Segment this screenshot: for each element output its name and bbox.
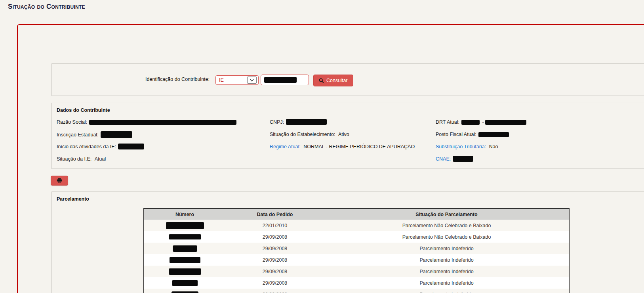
field-situacao-ie: Situação da I.E: Atual — [57, 156, 106, 163]
cell-situacao: Parcelamento Indeferido — [324, 257, 569, 263]
cell-data-pedido: 29/09/2008 — [225, 292, 324, 293]
redacted-numero — [169, 268, 201, 275]
cell-situacao: Parcelamento Indeferido — [324, 292, 569, 293]
table-row: 29/09/2008 Parcelamento Indeferido — [144, 254, 569, 266]
header-situacao: Situação do Parcelamento — [324, 212, 569, 217]
cell-data-pedido: 29/09/2008 — [225, 234, 324, 240]
redacted-drt-code — [461, 120, 480, 125]
field-drt-atual: DRT Atual: - — [436, 119, 526, 126]
redacted-razao-social — [89, 120, 236, 125]
field-substituicao-tributaria: Substituição Tributária: Não — [436, 144, 498, 150]
consultar-button[interactable]: Consultar — [313, 75, 353, 86]
table-header-row: Número Data do Pedido Situação do Parcel… — [144, 209, 569, 220]
cell-data-pedido: 22/01/2010 — [225, 223, 324, 228]
select-value: IE — [219, 77, 224, 83]
main-container: Identificação do Contribuinte: IE Consul… — [17, 24, 644, 293]
field-cnae: CNAE: — [436, 156, 473, 163]
page-title: Situação do Contribuinte — [8, 3, 85, 11]
drt-separator: - — [482, 119, 484, 125]
identificacao-input[interactable] — [261, 75, 309, 85]
printer-icon — [57, 178, 62, 183]
table-row: 29/09/2008 Parcelamento Indeferido — [144, 243, 569, 254]
cell-situacao: Parcelamento Indeferido — [324, 246, 569, 251]
dados-contribuinte-panel: Dados do Contribuinte Razão Social: Insc… — [51, 103, 644, 169]
field-razao-social: Razão Social: — [57, 119, 236, 126]
cell-situacao: Parcelamento Indeferido — [324, 280, 569, 286]
identificacao-label: Identificação do Contribuinte: — [52, 77, 210, 82]
regime-atual-link[interactable]: Regime Atual: — [270, 144, 301, 149]
field-inicio-atividades: Início das Atividades da IE: — [57, 144, 144, 150]
search-icon — [319, 78, 324, 83]
substituicao-tributaria-link[interactable]: Substituição Tributária: — [436, 144, 486, 149]
field-cnpj: CNPJ: — [270, 119, 327, 126]
redacted-numero — [170, 257, 200, 263]
field-situacao-estabelecimento: Situação do Estabelecimento: Ativo — [270, 131, 349, 138]
search-panel: Identificação do Contribuinte: IE Consul… — [51, 63, 644, 96]
parcelamento-panel: Parcelamento Número Data do Pedido Situa… — [51, 192, 644, 293]
redacted-posto-fiscal — [478, 132, 509, 137]
cnae-link[interactable]: CNAE: — [436, 156, 451, 162]
identificacao-type-select[interactable]: IE — [215, 75, 259, 85]
header-numero: Número — [144, 212, 225, 217]
redacted-inscricao-estadual — [101, 131, 132, 138]
cell-situacao: Parcelamento Não Celebrado e Baixado — [324, 234, 569, 240]
redacted-inicio-atividades — [118, 144, 144, 149]
table-row: 29/09/2008 Parcelamento Indeferido — [144, 289, 569, 293]
table-row: 29/09/2008 Parcelamento Não Celebrado e … — [144, 231, 569, 243]
print-button[interactable] — [51, 176, 68, 186]
cell-situacao: Parcelamento Não Celebrado e Baixado — [324, 223, 569, 228]
situacao-estabelecimento-value: Ativo — [338, 132, 349, 137]
redacted-cnae — [453, 156, 473, 162]
cell-situacao: Parcelamento Indeferido — [324, 269, 569, 274]
redacted-input-value — [264, 77, 297, 83]
cell-data-pedido: 29/09/2008 — [225, 246, 324, 251]
consultar-button-label: Consultar — [326, 78, 348, 83]
parcelamento-table: Número Data do Pedido Situação do Parcel… — [143, 208, 570, 293]
redacted-numero — [173, 245, 197, 252]
header-data-pedido: Data do Pedido — [225, 212, 324, 217]
table-row: 29/09/2008 Parcelamento Indeferido — [144, 266, 569, 277]
redacted-numero — [172, 280, 198, 286]
redacted-numero — [171, 291, 198, 293]
redacted-drt-name — [485, 120, 526, 125]
dados-panel-title: Dados do Contribuinte — [57, 107, 110, 113]
field-posto-fiscal: Posto Fiscal Atual: — [436, 131, 509, 138]
table-body: 22/01/2010 Parcelamento Não Celebrado e … — [144, 220, 569, 293]
field-regime-atual: Regime Atual: NORMAL - REGIME PERIÓDICO … — [270, 144, 415, 150]
redacted-cnpj — [286, 119, 327, 125]
redacted-numero — [169, 234, 201, 239]
page: Situação do Contribuinte Identificação d… — [0, 0, 644, 293]
situacao-ie-value: Atual — [95, 156, 106, 162]
substituicao-tributaria-value: Não — [489, 144, 498, 149]
field-inscricao-estadual: Inscrição Estadual: — [57, 131, 132, 138]
parcelamento-panel-title: Parcelamento — [57, 196, 89, 202]
table-row: 29/09/2008 Parcelamento Indeferido — [144, 277, 569, 289]
cell-data-pedido: 29/09/2008 — [225, 269, 324, 274]
cell-data-pedido: 29/09/2008 — [225, 257, 324, 263]
regime-atual-value: NORMAL - REGIME PERIÓDICO DE APURAÇÃO — [303, 144, 415, 149]
cell-data-pedido: 29/09/2008 — [225, 280, 324, 286]
table-row: 22/01/2010 Parcelamento Não Celebrado e … — [144, 220, 569, 231]
chevron-down-icon[interactable] — [247, 77, 257, 84]
redacted-numero — [166, 222, 204, 229]
